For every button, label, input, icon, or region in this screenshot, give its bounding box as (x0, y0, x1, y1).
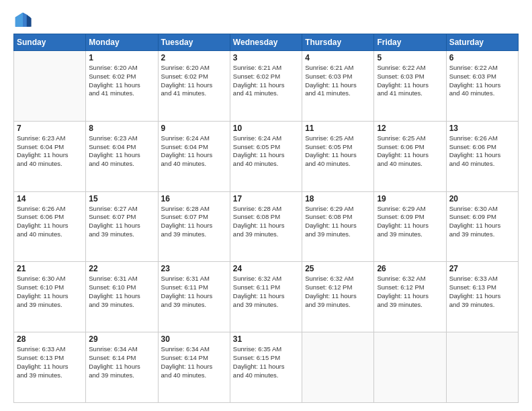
calendar-cell (374, 332, 446, 403)
calendar-cell: 21Sunrise: 6:30 AM Sunset: 6:10 PM Dayli… (14, 262, 86, 332)
day-info: Sunrise: 6:20 AM Sunset: 6:02 PM Dayligh… (89, 64, 154, 98)
day-info: Sunrise: 6:23 AM Sunset: 6:04 PM Dayligh… (89, 134, 154, 169)
page: SundayMondayTuesdayWednesdayThursdayFrid… (0, 0, 532, 411)
day-info: Sunrise: 6:26 AM Sunset: 6:06 PM Dayligh… (17, 205, 83, 239)
calendar-header-row: SundayMondayTuesdayWednesdayThursdayFrid… (14, 34, 519, 51)
day-info: Sunrise: 6:22 AM Sunset: 6:03 PM Dayligh… (449, 64, 515, 98)
calendar-cell: 19Sunrise: 6:29 AM Sunset: 6:09 PM Dayli… (374, 191, 446, 262)
day-number: 29 (89, 334, 154, 344)
calendar-cell (14, 51, 86, 122)
day-info: Sunrise: 6:34 AM Sunset: 6:14 PM Dayligh… (161, 345, 227, 379)
calendar-header-sunday: Sunday (14, 34, 86, 51)
calendar-cell: 9Sunrise: 6:24 AM Sunset: 6:04 PM Daylig… (158, 121, 230, 191)
calendar-cell: 24Sunrise: 6:32 AM Sunset: 6:11 PM Dayli… (230, 262, 302, 332)
day-number: 14 (17, 194, 83, 203)
day-number: 10 (233, 124, 299, 133)
day-info: Sunrise: 6:32 AM Sunset: 6:12 PM Dayligh… (377, 275, 443, 309)
calendar-cell: 15Sunrise: 6:27 AM Sunset: 6:07 PM Dayli… (86, 191, 158, 262)
day-number: 25 (305, 264, 371, 273)
day-number: 23 (161, 264, 227, 273)
day-info: Sunrise: 6:22 AM Sunset: 6:03 PM Dayligh… (377, 64, 443, 98)
calendar-cell: 23Sunrise: 6:31 AM Sunset: 6:11 PM Dayli… (158, 262, 230, 332)
calendar-cell: 20Sunrise: 6:30 AM Sunset: 6:09 PM Dayli… (446, 191, 518, 262)
day-number: 15 (89, 194, 154, 203)
day-number: 16 (161, 194, 227, 203)
day-number: 1 (89, 53, 154, 62)
day-number: 17 (233, 194, 299, 203)
calendar-header-friday: Friday (374, 34, 446, 51)
calendar-cell: 25Sunrise: 6:32 AM Sunset: 6:12 PM Dayli… (302, 262, 374, 332)
day-info: Sunrise: 6:29 AM Sunset: 6:08 PM Dayligh… (305, 205, 371, 239)
day-info: Sunrise: 6:24 AM Sunset: 6:05 PM Dayligh… (233, 134, 299, 169)
day-number: 26 (377, 264, 443, 273)
calendar-cell: 31Sunrise: 6:35 AM Sunset: 6:15 PM Dayli… (230, 332, 302, 403)
day-number: 8 (89, 124, 154, 133)
calendar-header-tuesday: Tuesday (158, 34, 230, 51)
calendar-header-wednesday: Wednesday (230, 34, 302, 51)
day-info: Sunrise: 6:31 AM Sunset: 6:11 PM Dayligh… (161, 275, 227, 309)
day-number: 22 (89, 264, 154, 273)
calendar-cell: 22Sunrise: 6:31 AM Sunset: 6:10 PM Dayli… (86, 262, 158, 332)
day-number: 12 (377, 124, 443, 133)
day-info: Sunrise: 6:28 AM Sunset: 6:07 PM Dayligh… (161, 205, 227, 239)
day-number: 28 (17, 334, 83, 344)
calendar-cell: 16Sunrise: 6:28 AM Sunset: 6:07 PM Dayli… (158, 191, 230, 262)
day-number: 19 (377, 194, 443, 203)
calendar-cell: 13Sunrise: 6:26 AM Sunset: 6:06 PM Dayli… (446, 121, 518, 191)
day-number: 6 (449, 53, 515, 62)
calendar-cell: 5Sunrise: 6:22 AM Sunset: 6:03 PM Daylig… (374, 51, 446, 122)
day-number: 11 (305, 124, 371, 133)
calendar-cell (446, 332, 518, 403)
day-info: Sunrise: 6:29 AM Sunset: 6:09 PM Dayligh… (377, 205, 443, 239)
day-number: 2 (161, 53, 227, 62)
day-number: 24 (233, 264, 299, 273)
svg-marker-3 (15, 13, 23, 27)
calendar-table: SundayMondayTuesdayWednesdayThursdayFrid… (13, 34, 519, 403)
calendar-cell: 1Sunrise: 6:20 AM Sunset: 6:02 PM Daylig… (86, 51, 158, 122)
svg-marker-2 (23, 13, 27, 27)
calendar-cell: 7Sunrise: 6:23 AM Sunset: 6:04 PM Daylig… (14, 121, 86, 191)
logo (13, 11, 35, 30)
day-info: Sunrise: 6:20 AM Sunset: 6:02 PM Dayligh… (161, 64, 227, 98)
logo-icon (13, 11, 32, 30)
calendar-week-2: 14Sunrise: 6:26 AM Sunset: 6:06 PM Dayli… (14, 191, 519, 262)
day-info: Sunrise: 6:26 AM Sunset: 6:06 PM Dayligh… (449, 134, 515, 169)
day-info: Sunrise: 6:25 AM Sunset: 6:05 PM Dayligh… (305, 134, 371, 169)
day-info: Sunrise: 6:35 AM Sunset: 6:15 PM Dayligh… (233, 345, 299, 379)
day-number: 21 (17, 264, 83, 273)
day-info: Sunrise: 6:33 AM Sunset: 6:13 PM Dayligh… (449, 275, 515, 309)
calendar-cell (302, 332, 374, 403)
calendar-week-3: 21Sunrise: 6:30 AM Sunset: 6:10 PM Dayli… (14, 262, 519, 332)
day-info: Sunrise: 6:34 AM Sunset: 6:14 PM Dayligh… (89, 345, 154, 379)
calendar-cell: 14Sunrise: 6:26 AM Sunset: 6:06 PM Dayli… (14, 191, 86, 262)
calendar-cell: 10Sunrise: 6:24 AM Sunset: 6:05 PM Dayli… (230, 121, 302, 191)
day-info: Sunrise: 6:28 AM Sunset: 6:08 PM Dayligh… (233, 205, 299, 239)
day-number: 9 (161, 124, 227, 133)
day-info: Sunrise: 6:25 AM Sunset: 6:06 PM Dayligh… (377, 134, 443, 169)
day-number: 5 (377, 53, 443, 62)
day-info: Sunrise: 6:27 AM Sunset: 6:07 PM Dayligh… (89, 205, 154, 239)
calendar-cell: 26Sunrise: 6:32 AM Sunset: 6:12 PM Dayli… (374, 262, 446, 332)
day-number: 13 (449, 124, 515, 133)
calendar-cell: 29Sunrise: 6:34 AM Sunset: 6:14 PM Dayli… (86, 332, 158, 403)
calendar-cell: 2Sunrise: 6:20 AM Sunset: 6:02 PM Daylig… (158, 51, 230, 122)
day-info: Sunrise: 6:32 AM Sunset: 6:11 PM Dayligh… (233, 275, 299, 309)
day-info: Sunrise: 6:23 AM Sunset: 6:04 PM Dayligh… (17, 134, 83, 169)
calendar-cell: 18Sunrise: 6:29 AM Sunset: 6:08 PM Dayli… (302, 191, 374, 262)
calendar-header-monday: Monday (86, 34, 158, 51)
day-number: 30 (161, 334, 227, 344)
day-info: Sunrise: 6:33 AM Sunset: 6:13 PM Dayligh… (17, 345, 83, 379)
calendar-cell: 17Sunrise: 6:28 AM Sunset: 6:08 PM Dayli… (230, 191, 302, 262)
day-number: 7 (17, 124, 83, 133)
calendar-cell: 3Sunrise: 6:21 AM Sunset: 6:02 PM Daylig… (230, 51, 302, 122)
day-info: Sunrise: 6:24 AM Sunset: 6:04 PM Dayligh… (161, 134, 227, 169)
calendar-cell: 4Sunrise: 6:21 AM Sunset: 6:03 PM Daylig… (302, 51, 374, 122)
calendar-week-1: 7Sunrise: 6:23 AM Sunset: 6:04 PM Daylig… (14, 121, 519, 191)
day-info: Sunrise: 6:30 AM Sunset: 6:10 PM Dayligh… (17, 275, 83, 309)
calendar-header-saturday: Saturday (446, 34, 518, 51)
day-info: Sunrise: 6:31 AM Sunset: 6:10 PM Dayligh… (89, 275, 154, 309)
day-number: 27 (449, 264, 515, 273)
calendar-cell: 30Sunrise: 6:34 AM Sunset: 6:14 PM Dayli… (158, 332, 230, 403)
calendar-cell: 28Sunrise: 6:33 AM Sunset: 6:13 PM Dayli… (14, 332, 86, 403)
day-number: 20 (449, 194, 515, 203)
